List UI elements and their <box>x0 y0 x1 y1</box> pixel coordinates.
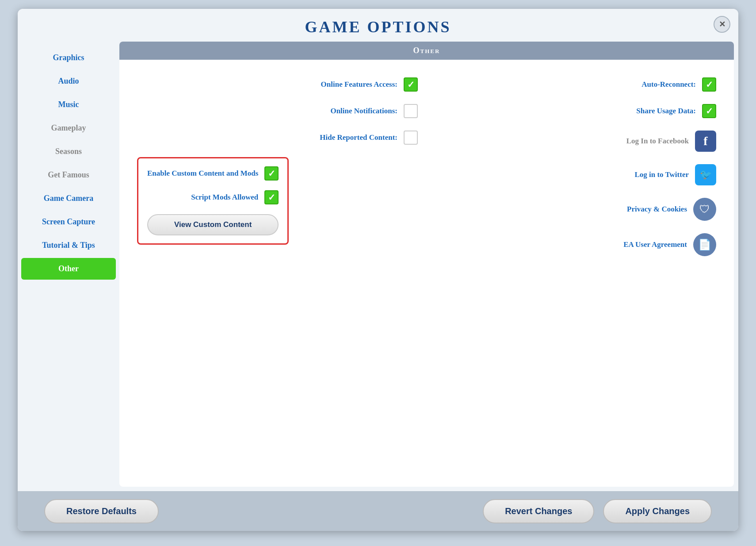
sidebar-item-music[interactable]: Music <box>21 94 116 115</box>
ea-agreement-label: EA User Agreement <box>623 240 687 249</box>
privacy-cookies-row: Privacy & Cookies 🛡 <box>435 198 716 221</box>
hide-reported-row: Hide Reported Content: <box>137 131 418 145</box>
game-options-window: Game Options ✕ GraphicsAudioMusicGamepla… <box>18 9 738 531</box>
sidebar-item-gameplay[interactable]: Gameplay <box>21 117 116 139</box>
ea-agreement-button[interactable]: 📄 <box>693 233 716 256</box>
privacy-cookies-button[interactable]: 🛡 <box>693 198 716 221</box>
auto-reconnect-row: Auto-Reconnect: <box>435 77 716 92</box>
facebook-label: Log In to Facebook <box>626 137 689 146</box>
twitter-button[interactable]: 🐦 <box>695 164 716 185</box>
ea-agreement-row: EA User Agreement 📄 <box>435 233 716 256</box>
sidebar-item-tutorial--tips[interactable]: Tutorial & Tips <box>21 235 116 256</box>
restore-defaults-button[interactable]: Restore Defaults <box>44 499 159 523</box>
sidebar-item-other[interactable]: Other <box>21 258 116 280</box>
share-usage-label: Share Usage Data: <box>636 107 696 115</box>
facebook-row: Log In to Facebook f <box>435 131 716 152</box>
twitter-row: Log in to Twitter 🐦 <box>435 164 716 185</box>
online-notifications-checkbox[interactable] <box>404 104 418 118</box>
section-header: Other <box>119 42 734 60</box>
share-usage-checkbox[interactable] <box>702 104 716 118</box>
revert-changes-button[interactable]: Revert Changes <box>483 499 594 523</box>
view-custom-content-button[interactable]: View Custom Content <box>147 214 279 235</box>
facebook-button[interactable]: f <box>695 131 716 152</box>
right-column: Auto-Reconnect: Share Usage Data: Log In… <box>427 73 725 473</box>
script-mods-checkbox[interactable] <box>264 190 279 204</box>
hide-reported-label: Hide Reported Content: <box>320 133 397 142</box>
sidebar-item-game-camera[interactable]: Game Camera <box>21 188 116 209</box>
enable-custom-row: Enable Custom Content and Mods <box>147 166 279 181</box>
sidebar-item-get-famous[interactable]: Get Famous <box>21 164 116 186</box>
sidebar-item-screen-capture[interactable]: Screen Capture <box>21 211 116 233</box>
online-notifications-row: Online Notifications: <box>137 104 418 118</box>
main-layout: GraphicsAudioMusicGameplaySeasonsGet Fam… <box>18 42 738 491</box>
enable-custom-label: Enable Custom Content and Mods <box>147 169 258 178</box>
hide-reported-checkbox[interactable] <box>404 131 418 145</box>
auto-reconnect-label: Auto-Reconnect: <box>641 80 696 89</box>
apply-changes-button[interactable]: Apply Changes <box>603 499 712 523</box>
sidebar: GraphicsAudioMusicGameplaySeasonsGet Fam… <box>18 42 119 491</box>
online-features-checkbox[interactable] <box>404 77 418 92</box>
custom-content-box: Enable Custom Content and Mods Script Mo… <box>137 157 289 245</box>
footer-right-buttons: Revert Changes Apply Changes <box>483 499 712 523</box>
left-column: Online Features Access: Online Notificat… <box>128 73 427 473</box>
online-features-row: Online Features Access: <box>137 77 418 92</box>
privacy-cookies-label: Privacy & Cookies <box>627 205 687 214</box>
share-usage-row: Share Usage Data: <box>435 104 716 118</box>
page-title: Game Options <box>18 18 738 36</box>
sidebar-item-audio[interactable]: Audio <box>21 70 116 92</box>
sidebar-item-seasons[interactable]: Seasons <box>21 141 116 162</box>
enable-custom-checkbox[interactable] <box>264 166 279 181</box>
online-features-label: Online Features Access: <box>321 80 397 89</box>
title-bar: Game Options ✕ <box>18 9 738 42</box>
close-button[interactable]: ✕ <box>714 16 730 33</box>
footer-bar: Restore Defaults Revert Changes Apply Ch… <box>18 491 738 531</box>
script-mods-row: Script Mods Allowed <box>147 190 279 204</box>
sidebar-item-graphics[interactable]: Graphics <box>21 47 116 69</box>
settings-grid: Online Features Access: Online Notificat… <box>119 60 734 487</box>
content-area: Other Online Features Access: Online Not… <box>119 42 734 487</box>
script-mods-label: Script Mods Allowed <box>191 193 258 202</box>
online-notifications-label: Online Notifications: <box>330 107 397 115</box>
twitter-label: Log in to Twitter <box>634 170 689 179</box>
auto-reconnect-checkbox[interactable] <box>702 77 716 92</box>
